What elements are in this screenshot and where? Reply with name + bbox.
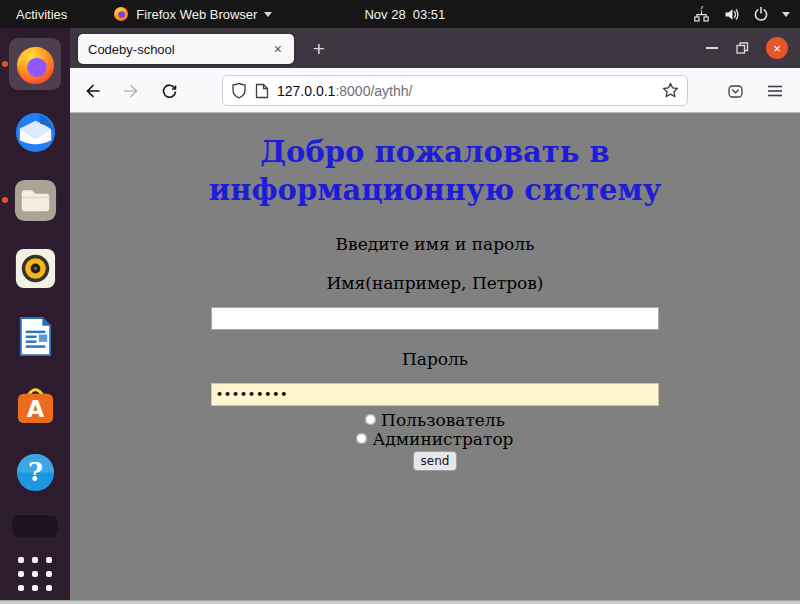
dock: A ?	[0, 28, 70, 600]
writer-document-icon	[12, 313, 59, 360]
system-tray[interactable]: ?	[693, 0, 790, 28]
pocket-icon[interactable]	[720, 76, 750, 106]
network-icon: ?	[693, 6, 710, 23]
password-input[interactable]	[211, 383, 659, 406]
dock-item-rhythmbox[interactable]	[9, 242, 61, 294]
svg-text:A: A	[26, 396, 44, 422]
radio-admin[interactable]	[356, 433, 367, 444]
send-button[interactable]: send	[413, 451, 458, 471]
page-heading-line2: информационную систему	[70, 171, 800, 209]
app-menu[interactable]: Firefox Web Browser	[113, 6, 272, 22]
url-host: 127.0.0.1	[277, 83, 335, 99]
reload-button[interactable]	[154, 76, 184, 106]
activities-button[interactable]: Activities	[12, 5, 71, 24]
navigation-toolbar: 127.0.0.1:8000/aythh/	[70, 68, 800, 113]
name-label: Имя(например, Петров)	[70, 273, 800, 293]
firefox-window: Codeby-school × + ×	[70, 28, 800, 600]
svg-text:?: ?	[28, 457, 43, 487]
role-option-user: Пользователь	[70, 410, 800, 429]
clock-date: Nov 28	[364, 7, 405, 22]
software-briefcase-icon: A	[12, 381, 59, 428]
dock-item-ubuntu-software[interactable]: A	[9, 378, 61, 430]
browser-tab[interactable]: Codeby-school ×	[78, 34, 294, 64]
shield-icon[interactable]	[231, 82, 247, 99]
name-input[interactable]	[211, 307, 659, 330]
dock-item-thunderbird[interactable]	[9, 106, 61, 158]
clock-time: 03:51	[413, 7, 446, 22]
dock-item-firefox[interactable]	[9, 38, 61, 90]
radio-user-label: Пользователь	[381, 410, 505, 430]
chevron-down-icon	[264, 12, 272, 17]
url-path: :8000/aythh/	[335, 83, 412, 99]
window-close-button[interactable]: ×	[766, 37, 788, 59]
chevron-down-icon	[782, 12, 790, 17]
rhythmbox-speaker-icon	[12, 245, 59, 292]
new-tab-button[interactable]: +	[306, 36, 332, 62]
unknown-dark-app-icon[interactable]	[12, 514, 58, 537]
volume-icon	[723, 6, 740, 23]
desktop-bottom-edge	[0, 600, 800, 604]
bookmark-star-icon[interactable]	[662, 82, 679, 99]
dock-item-files[interactable]	[9, 174, 61, 226]
top-panel: Activities Firefox Web Browser Nov 28 03…	[0, 0, 800, 28]
tab-title: Codeby-school	[88, 42, 272, 57]
power-icon	[753, 6, 769, 22]
tab-bar: Codeby-school × + ×	[70, 28, 800, 68]
minimize-button[interactable]	[706, 47, 718, 49]
page-heading-line1: Добро пожаловать в	[70, 133, 800, 171]
page-content: Добро пожаловать в информационную систем…	[70, 113, 800, 600]
files-folder-icon	[12, 177, 59, 224]
forward-button[interactable]	[116, 76, 146, 106]
menu-button[interactable]	[760, 76, 790, 106]
tab-close-button[interactable]: ×	[272, 41, 284, 57]
radio-admin-label: Администратор	[372, 429, 513, 449]
help-question-icon: ?	[12, 449, 59, 496]
svg-text:?: ?	[699, 6, 703, 13]
url-bar[interactable]: 127.0.0.1:8000/aythh/	[222, 75, 688, 106]
app-menu-label: Firefox Web Browser	[136, 7, 257, 22]
firefox-icon	[12, 41, 59, 88]
password-label: Пароль	[70, 349, 800, 369]
role-option-admin: Администратор	[70, 429, 800, 448]
clock[interactable]: Nov 28 03:51	[364, 0, 445, 28]
dock-item-help[interactable]: ?	[9, 446, 61, 498]
back-button[interactable]	[78, 76, 108, 106]
intro-text: Введите имя и пароль	[70, 234, 800, 254]
thunderbird-icon	[12, 109, 59, 156]
firefox-mini-icon	[113, 6, 129, 22]
dock-item-libreoffice-writer[interactable]	[9, 310, 61, 362]
show-applications-button[interactable]	[13, 553, 57, 595]
page-info-icon[interactable]	[255, 83, 269, 99]
page-heading: Добро пожаловать в информационную систем…	[70, 133, 800, 209]
restore-button[interactable]	[735, 41, 749, 55]
radio-user[interactable]	[365, 414, 376, 425]
